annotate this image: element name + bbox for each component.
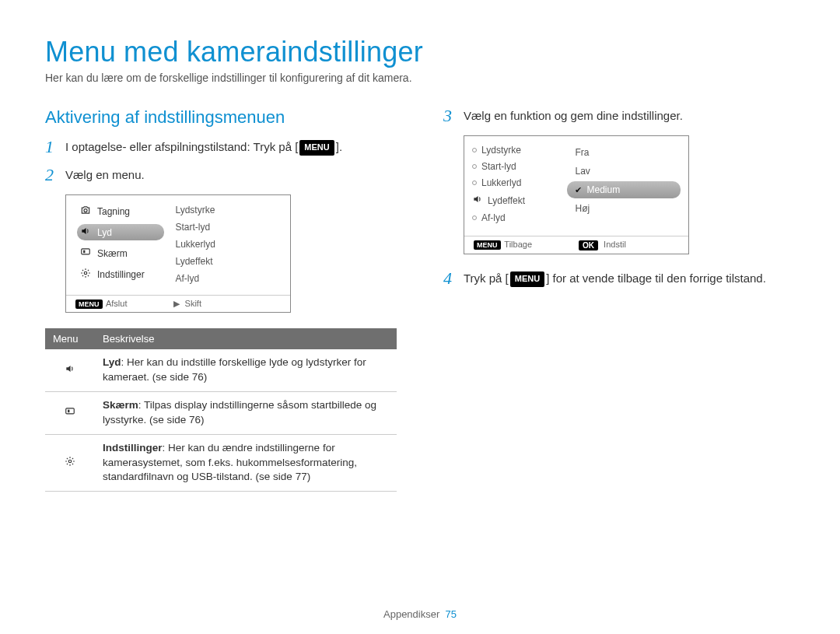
footer-back: MENU Tilbage <box>472 240 532 250</box>
menu-button-label: MENU <box>510 271 544 287</box>
bullet-icon <box>472 215 477 220</box>
page-footer: Appendikser 75 <box>0 608 840 620</box>
sound-icon <box>472 194 483 207</box>
svg-rect-2 <box>83 250 85 254</box>
table-row: Skærm: Tilpas display indstillingerne så… <box>45 391 397 434</box>
submenu-item: Lukkerlyd <box>173 237 285 251</box>
step-number: 4 <box>443 270 457 287</box>
step-1-text-pre: I optagelse- eller afspilningstilstand: … <box>65 140 298 153</box>
gear-icon <box>80 268 91 281</box>
setting-item: Lukkerlyd <box>469 177 562 189</box>
svg-point-0 <box>84 209 87 212</box>
menu-item-indstillinger: Indstillinger <box>77 266 164 282</box>
step-number: 3 <box>443 107 457 124</box>
left-column: Aktivering af indstillingsmenuen 1 I opt… <box>45 107 397 492</box>
option-medium: ✔Medium <box>567 181 681 198</box>
footer-set: OK Indstil <box>579 240 626 250</box>
step-number: 1 <box>45 138 59 156</box>
camera-screen-menu: TagningLydSkærmIndstillinger LydstyrkeSt… <box>65 194 291 313</box>
footer-exit: MENU Afslut <box>74 299 127 309</box>
setting-item: Af-lyd <box>469 212 562 224</box>
option-lav: Lav <box>567 163 681 180</box>
option-fra: Fra <box>567 144 681 161</box>
svg-rect-4 <box>66 408 75 414</box>
option-høj: Høj <box>567 200 681 217</box>
screen-icon <box>65 405 75 420</box>
camera-icon <box>80 205 91 218</box>
menu-button-label: MENU <box>299 140 334 156</box>
section-heading: Aktivering af indstillingsmenuen <box>45 107 397 128</box>
step-number: 2 <box>45 166 59 184</box>
row-desc: Skærm: Tilpas display indstillingerne så… <box>95 391 397 434</box>
page-title: Menu med kameraindstillinger <box>45 36 795 68</box>
svg-rect-5 <box>68 410 69 413</box>
step-2: 2 Vælg en menu. <box>45 166 397 184</box>
step-4-text-pre: Tryk på [ <box>464 271 509 285</box>
page-intro: Her kan du lære om de forskellige indsti… <box>45 72 795 84</box>
table-row: Indstillinger: Her kan du ændre indstill… <box>45 434 397 492</box>
sound-icon <box>80 226 91 239</box>
step-1: 1 I optagelse- eller afspilningstilstand… <box>45 138 397 156</box>
right-column: 3 Vælg en funktion og gem dine indstilli… <box>443 107 795 492</box>
submenu-item: Lydstyrke <box>173 203 285 217</box>
check-icon: ✔ <box>575 185 582 195</box>
submenu-item: Start-lyd <box>173 220 285 234</box>
row-desc: Lyd: Her kan du indstille forskellige ly… <box>95 349 397 391</box>
th-desc: Beskrivelse <box>95 328 397 349</box>
bullet-icon <box>472 164 477 169</box>
menu-description-table: Menu Beskrivelse Lyd: Her kan du indstil… <box>45 328 397 492</box>
setting-item: Start-lyd <box>469 160 562 173</box>
screen-icon <box>80 247 91 260</box>
bullet-icon <box>472 180 477 185</box>
svg-point-3 <box>84 271 87 275</box>
th-menu: Menu <box>45 328 95 349</box>
table-row: Lyd: Her kan du indstille forskellige ly… <box>45 349 397 391</box>
row-desc: Indstillinger: Her kan du ændre indstill… <box>95 434 397 492</box>
footer-shift: ▶ Skift <box>173 299 201 309</box>
setting-item: Lydeffekt <box>469 193 562 208</box>
submenu-item: Lydeffekt <box>173 254 285 268</box>
gear-icon <box>65 454 75 470</box>
bullet-icon <box>472 148 477 152</box>
step-3: 3 Vælg en funktion og gem dine indstilli… <box>443 107 795 124</box>
setting-item: Lydstyrke <box>469 144 562 156</box>
svg-point-6 <box>68 461 72 464</box>
svg-rect-1 <box>82 249 90 254</box>
step-4-text-post: ] for at vende tilbage til den forrige t… <box>546 271 766 285</box>
step-2-text: Vælg en menu. <box>65 166 145 184</box>
step-1-text-post: ]. <box>336 140 342 153</box>
sound-icon <box>65 362 75 377</box>
step-3-text: Vælg en funktion og gem dine indstilling… <box>464 107 683 124</box>
menu-item-skærm: Skærm <box>77 245 164 261</box>
menu-item-lyd: Lyd <box>77 224 164 240</box>
menu-item-tagning: Tagning <box>77 203 164 219</box>
step-4: 4 Tryk på [MENU] for at vende tilbage ti… <box>443 270 795 287</box>
submenu-item: Af-lyd <box>173 271 285 285</box>
camera-screen-options: LydstyrkeStart-lydLukkerlydLydeffektAf-l… <box>464 135 689 254</box>
